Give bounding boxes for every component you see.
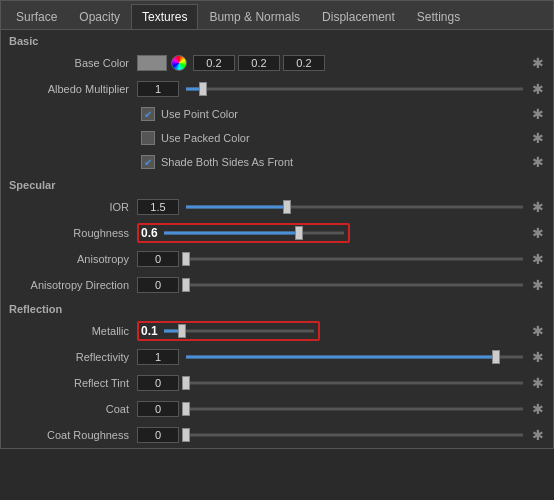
coat-value[interactable] [137,401,179,417]
reflectivity-thumb[interactable] [492,350,500,364]
ior-row: IOR ✱ [1,194,553,220]
anisotropy-slider[interactable] [186,252,523,266]
reflect-tint-gear[interactable]: ✱ [529,374,547,392]
ior-slider[interactable] [186,200,523,214]
anisotropy-direction-gear[interactable]: ✱ [529,276,547,294]
anisotropy-label: Anisotropy [7,253,137,265]
base-color-gear[interactable]: ✱ [529,54,547,72]
coat-roughness-label: Coat Roughness [7,429,137,441]
metallic-track [164,330,314,333]
metallic-value: 0.1 [141,324,158,338]
reflect-tint-content [137,375,525,391]
albedo-value[interactable] [137,81,179,97]
reflect-tint-thumb[interactable] [182,376,190,390]
coat-roughness-content [137,427,525,443]
main-panel: Surface Opacity Textures Bump & Normals … [0,0,554,449]
anisotropy-direction-thumb[interactable] [182,278,190,292]
reflect-tint-label: Reflect Tint [7,377,137,389]
ior-thumb[interactable] [283,200,291,214]
coat-roughness-thumb[interactable] [182,428,190,442]
albedo-multiplier-label: Albedo Multiplier [7,83,137,95]
base-color-swatch[interactable] [137,55,167,71]
roughness-slider[interactable] [164,226,344,240]
roughness-row: Roughness 0.6 ✱ [1,220,553,246]
ior-gear[interactable]: ✱ [529,198,547,216]
metallic-highlight: 0.1 [137,321,320,341]
anisotropy-track [186,258,523,261]
metallic-thumb[interactable] [178,324,186,338]
coat-slider[interactable] [186,402,523,416]
ior-label: IOR [7,201,137,213]
roughness-gear[interactable]: ✱ [529,224,547,242]
use-packed-color-gear[interactable]: ✱ [529,129,547,147]
use-point-color-gear[interactable]: ✱ [529,105,547,123]
coat-label: Coat [7,403,137,415]
anisotropy-value[interactable] [137,251,179,267]
tab-displacement[interactable]: Displacement [311,4,406,29]
reflect-tint-track [186,382,523,385]
use-packed-color-row: Use Packed Color ✱ [1,126,553,150]
use-packed-color-check[interactable] [141,131,155,145]
reflect-tint-value[interactable] [137,375,179,391]
albedo-track [186,88,523,91]
base-color-row: Base Color ✱ [1,50,553,76]
coat-row: Coat ✱ [1,396,553,422]
coat-track [186,408,523,411]
reflectivity-slider[interactable] [186,350,523,364]
metallic-label: Metallic [7,325,137,337]
ior-content [137,199,525,215]
anisotropy-direction-track [186,284,523,287]
base-color-b[interactable] [283,55,325,71]
base-color-g[interactable] [238,55,280,71]
roughness-thumb[interactable] [295,226,303,240]
albedo-slider[interactable] [186,82,523,96]
metallic-slider[interactable] [164,324,314,338]
metallic-content: 0.1 [137,321,525,341]
anisotropy-direction-value[interactable] [137,277,179,293]
roughness-track [164,232,344,235]
tab-bar: Surface Opacity Textures Bump & Normals … [1,1,553,30]
coat-gear[interactable]: ✱ [529,400,547,418]
roughness-value: 0.6 [141,226,158,240]
specular-section-header: Specular [1,174,553,194]
reflectivity-track [186,356,523,359]
use-point-color-check[interactable]: ✔ [141,107,155,121]
anisotropy-gear[interactable]: ✱ [529,250,547,268]
coat-roughness-slider[interactable] [186,428,523,442]
metallic-gear[interactable]: ✱ [529,322,547,340]
base-color-label: Base Color [7,57,137,69]
use-packed-color-label: Use Packed Color [161,132,250,144]
ior-fill [186,206,287,209]
tab-bump-normals[interactable]: Bump & Normals [198,4,311,29]
roughness-fill [164,232,299,235]
ior-value[interactable] [137,199,179,215]
reflectivity-row: Reflectivity ✱ [1,344,553,370]
base-color-r[interactable] [193,55,235,71]
coat-roughness-value[interactable] [137,427,179,443]
tab-textures[interactable]: Textures [131,4,198,29]
reflectivity-gear[interactable]: ✱ [529,348,547,366]
shade-both-sides-gear[interactable]: ✱ [529,153,547,171]
coat-roughness-track [186,434,523,437]
anisotropy-direction-slider[interactable] [186,278,523,292]
ior-track [186,206,523,209]
roughness-content: 0.6 [137,223,525,243]
reflect-tint-slider[interactable] [186,376,523,390]
anisotropy-content [137,251,525,267]
coat-roughness-gear[interactable]: ✱ [529,426,547,444]
albedo-content [137,81,525,97]
tab-settings[interactable]: Settings [406,4,471,29]
albedo-gear[interactable]: ✱ [529,80,547,98]
anisotropy-thumb[interactable] [182,252,190,266]
albedo-thumb[interactable] [199,82,207,96]
reflectivity-fill [186,356,496,359]
reflectivity-label: Reflectivity [7,351,137,363]
color-wheel-icon[interactable] [171,55,187,71]
tab-opacity[interactable]: Opacity [68,4,131,29]
tab-surface[interactable]: Surface [5,4,68,29]
shade-both-sides-check[interactable]: ✔ [141,155,155,169]
reflectivity-value[interactable] [137,349,179,365]
roughness-highlight: 0.6 [137,223,350,243]
anisotropy-direction-row: Anisotropy Direction ✱ [1,272,553,298]
coat-thumb[interactable] [182,402,190,416]
